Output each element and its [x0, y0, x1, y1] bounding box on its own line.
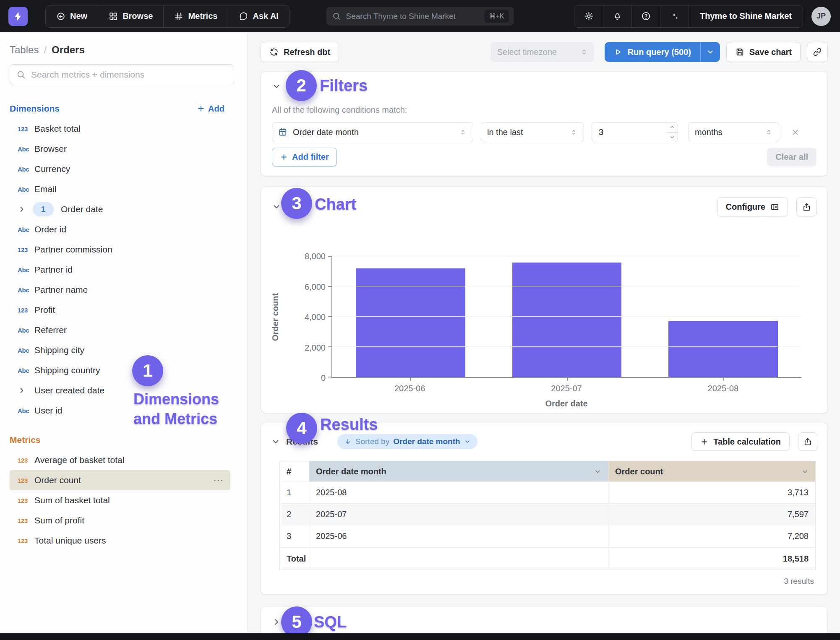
fields-search-placeholder: Search metrics + dimensions — [31, 70, 144, 80]
stepper-down-button[interactable] — [666, 133, 678, 142]
collapse-results-chevron-icon[interactable] — [271, 437, 280, 446]
expand-sql-chevron-icon[interactable] — [272, 617, 281, 627]
fields-search-input[interactable]: Search metrics + dimensions — [10, 64, 234, 85]
sidebar-item-partner-name[interactable]: Abc Partner name — [10, 280, 230, 300]
sorted-by-pill[interactable]: Sorted by Order date month — [337, 434, 477, 449]
order-count-cell: 7,208 — [608, 525, 815, 547]
remove-filter-button[interactable] — [791, 128, 800, 137]
clear-all-button[interactable]: Clear all — [767, 148, 817, 167]
sidebar-item-label: Profit — [34, 305, 55, 315]
numeric-field-icon: 123 — [18, 497, 34, 504]
run-query-options-button[interactable] — [700, 42, 720, 62]
table-calculation-button[interactable]: Table calculation — [691, 432, 790, 451]
ask-ai-button[interactable]: Ask AI — [228, 5, 289, 27]
numeric-field-icon: 123 — [18, 457, 34, 464]
filter-field-select[interactable]: Order date month — [272, 122, 473, 142]
item-menu-button[interactable]: ⋯ — [213, 474, 230, 486]
sidebar-item-partner-commission[interactable]: 123 Partner commission — [10, 239, 230, 260]
sidebar-item-average-of-basket-total[interactable]: 123 Average of basket total — [10, 450, 230, 470]
play-icon — [614, 48, 622, 56]
sidebar-item-total-unique-users[interactable]: 123 Total unique users — [10, 531, 230, 551]
filter-value-input[interactable]: 3 — [592, 122, 678, 142]
user-avatar[interactable]: JP — [811, 7, 831, 26]
notifications-button[interactable] — [603, 5, 631, 27]
arrow-down-icon — [344, 438, 352, 445]
chevron-right-icon[interactable] — [18, 386, 34, 395]
save-chart-button[interactable]: Save chart — [726, 42, 801, 62]
sidebar-item-partner-id[interactable]: Abc Partner id — [10, 260, 230, 280]
sidebar-item-shipping-city[interactable]: Abc Shipping city — [10, 340, 230, 360]
browse-button[interactable]: Browse — [98, 5, 163, 27]
chart-bar-2025-07[interactable] — [512, 263, 622, 377]
help-circle-icon — [641, 11, 651, 21]
text-field-icon: Abc — [18, 367, 34, 374]
timezone-select[interactable]: Select timezone — [490, 42, 594, 62]
bar-slot — [332, 256, 489, 377]
column-header-label: Order date month — [316, 467, 386, 476]
gridline — [332, 256, 801, 256]
nav-label: Metrics — [188, 11, 217, 21]
sorted-by-prefix: Sorted by — [355, 437, 389, 446]
workspace-switcher[interactable]: Thyme to Shine Market — [689, 5, 803, 27]
filter-operator-select[interactable]: in the last — [481, 122, 584, 142]
new-button[interactable]: New — [46, 5, 98, 27]
help-button[interactable] — [631, 5, 660, 27]
sidebar-item-email[interactable]: Abc Email — [10, 179, 230, 199]
sidebar-item-basket-total[interactable]: 123 Basket total — [10, 119, 230, 139]
clear-all-label: Clear all — [775, 152, 808, 162]
topbar: New Browse Metrics Ask AI Search Thyme t… — [0, 0, 840, 32]
settings-button[interactable] — [574, 5, 603, 27]
sidebar-item-order-date[interactable]: 1 Order date — [10, 199, 230, 219]
add-dimension-button[interactable]: Add — [197, 104, 224, 114]
gridline — [332, 346, 801, 347]
add-label: Add — [208, 104, 224, 114]
metrics-button[interactable]: Metrics — [163, 5, 228, 27]
chevron-right-icon[interactable] — [18, 205, 33, 213]
annotation-number: 4 — [297, 418, 306, 438]
metrics-list: 123 Average of basket total 123 Order co… — [0, 450, 248, 551]
numeric-field-icon: 123 — [18, 517, 34, 524]
total-label-cell: Total — [280, 547, 309, 570]
filter-unit-select[interactable]: months — [689, 122, 779, 142]
chevron-down-icon — [464, 438, 471, 445]
sidebar-item-label: User id — [34, 406, 63, 416]
chart-bar-2025-06[interactable] — [356, 268, 465, 377]
column-header-order-count[interactable]: Order count — [608, 461, 815, 481]
number-stepper — [666, 122, 678, 142]
sidebar-item-sum-of-basket-total[interactable]: 123 Sum of basket total — [10, 490, 230, 510]
collapse-filters-chevron-icon[interactable] — [272, 82, 281, 91]
chat-sparkle-icon — [239, 12, 248, 21]
share-link-button[interactable] — [807, 42, 828, 62]
order-count-cell: 7,597 — [608, 503, 815, 525]
sidebar-item-label: Total unique users — [34, 536, 106, 546]
breadcrumb-tables-link[interactable]: Tables — [10, 44, 39, 56]
app-logo[interactable] — [8, 7, 28, 26]
sidebar-item-sum-of-profit[interactable]: 123 Sum of profit — [10, 510, 230, 531]
refresh-dbt-button[interactable]: Refresh dbt — [261, 42, 339, 62]
ai-assistant-button[interactable] — [660, 5, 689, 27]
sidebar-item-order-count[interactable]: 123 Order count ⋯ — [10, 470, 230, 490]
sidebar-item-order-id[interactable]: Abc Order id — [10, 219, 230, 239]
topbar-right: Thyme to Shine Market JP — [574, 5, 833, 28]
export-results-button[interactable] — [798, 432, 817, 451]
order-date-month-cell: 2025-07 — [309, 503, 608, 525]
search-icon — [16, 70, 26, 79]
add-filter-button[interactable]: Add filter — [272, 148, 337, 167]
sidebar-item-referrer[interactable]: Abc Referrer — [10, 320, 230, 340]
y-tick-label: 4,000 — [305, 312, 326, 322]
column-header-order-date-month[interactable]: Order date month — [309, 461, 608, 481]
chart-bar-2025-08[interactable] — [668, 321, 778, 377]
sidebar-item-profit[interactable]: 123 Profit — [10, 300, 230, 320]
run-query-button[interactable]: Run query (500) — [605, 42, 700, 62]
sidebar-item-browser[interactable]: Abc Browser — [10, 139, 230, 159]
refresh-icon — [269, 47, 279, 57]
sidebar-item-shipping-country[interactable]: Abc Shipping country — [10, 360, 230, 380]
nav-label: Browse — [123, 11, 153, 21]
global-search-input[interactable]: Search Thyme to Shine Market ⌘+K — [326, 7, 514, 26]
sidebar-item-label: Referrer — [34, 325, 67, 335]
filters-description: All of the following conditions match: — [272, 105, 817, 115]
stepper-up-button[interactable] — [666, 122, 678, 133]
sidebar-item-currency[interactable]: Abc Currency — [10, 159, 230, 179]
bar-slot — [645, 256, 801, 377]
sidebar-item-label: Sum of basket total — [34, 495, 110, 505]
